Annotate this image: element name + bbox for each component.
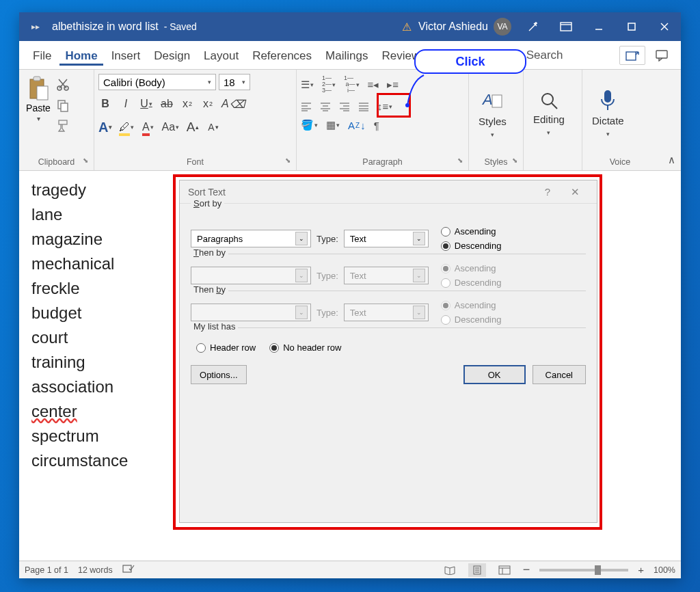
header-row-radio[interactable]: Header row	[196, 342, 256, 353]
svg-line-39	[552, 103, 557, 109]
text-effects-button[interactable]: A▾	[98, 120, 112, 135]
thenby1-label: Then by	[191, 247, 228, 258]
svg-rect-12	[37, 86, 48, 100]
quickaccess-toggle-icon[interactable]: ▸▸	[19, 22, 52, 31]
ribbon-tabs: File Home Insert Design Layout Reference…	[19, 41, 681, 70]
thenby1-field-combo[interactable]: ⌄	[191, 267, 311, 284]
avatar[interactable]: VA	[494, 18, 511, 36]
clear-format-button[interactable]: A⌫	[221, 98, 245, 111]
zoom-level[interactable]: 100%	[654, 565, 675, 575]
highlight-button[interactable]: 🖊▾	[119, 121, 134, 133]
font-color-button[interactable]: A▾	[141, 121, 154, 133]
minimize-button[interactable]	[582, 12, 615, 41]
tab-design[interactable]: Design	[148, 45, 196, 66]
font-launcher-icon[interactable]: ⬊	[285, 157, 291, 164]
copy-icon[interactable]	[56, 98, 71, 113]
sort-button[interactable]: AZ↓	[348, 120, 366, 131]
clipboard-group-label: Clipboard	[38, 157, 75, 167]
separator: -	[164, 21, 167, 32]
italic-button[interactable]: I	[119, 98, 133, 110]
tab-mailings[interactable]: Mailings	[320, 45, 373, 66]
dec-indent-button[interactable]: ≡◂	[368, 79, 379, 91]
paragraph-group-label: Paragraph	[362, 157, 402, 167]
change-case-button[interactable]: Aa▾	[161, 121, 179, 133]
thenby1-asc-radio[interactable]: Ascending	[441, 263, 502, 273]
tab-layout[interactable]: Layout	[198, 45, 244, 66]
thenby2-label: Then by	[191, 284, 228, 295]
justify-button[interactable]	[358, 102, 369, 111]
thenby2-asc-radio[interactable]: Ascending	[441, 300, 502, 310]
font-size-combo[interactable]: 18▾	[219, 74, 250, 90]
thenby2-desc-radio[interactable]: Descending	[441, 314, 502, 325]
sortby-desc-radio[interactable]: Descending	[441, 241, 502, 251]
sortby-type-combo[interactable]: Text⌄	[344, 230, 429, 247]
subscript-button[interactable]: x2	[180, 98, 194, 110]
maximize-button[interactable]	[615, 12, 648, 41]
zoom-slider[interactable]	[539, 569, 628, 571]
paragraph-launcher-icon[interactable]: ⬊	[457, 157, 463, 164]
cancel-button[interactable]: Cancel	[533, 365, 586, 384]
shrink-font-button[interactable]: A▾	[206, 122, 220, 133]
tab-home[interactable]: Home	[59, 45, 103, 66]
styles-button[interactable]: A Styles ▾	[479, 88, 507, 139]
bullet-list-button[interactable]: ☰▾	[301, 79, 314, 91]
thenby2-field-combo[interactable]: ⌄	[191, 304, 311, 321]
comments-button[interactable]	[651, 46, 673, 65]
align-right-button[interactable]	[339, 102, 350, 111]
dictate-button[interactable]: Dictate ▾	[592, 89, 624, 139]
auto-format-icon[interactable]	[517, 12, 550, 41]
dialog-help-button[interactable]: ?	[534, 186, 561, 198]
tab-references[interactable]: References	[247, 45, 317, 66]
zoom-in-button[interactable]: +	[638, 564, 644, 576]
pilcrow-button[interactable]: ¶	[374, 120, 379, 131]
tab-file[interactable]: File	[27, 45, 57, 66]
read-mode-button[interactable]	[441, 563, 459, 577]
underline-button[interactable]: U▾	[139, 98, 153, 110]
status-bar: Page 1 of 1 12 words − + 100%	[19, 561, 681, 578]
paste-button[interactable]: Paste ▾	[23, 72, 53, 122]
dialog-title: Sort Text	[188, 187, 226, 198]
dialog-close-button[interactable]: ✕	[561, 186, 589, 198]
no-header-row-radio[interactable]: No header row	[269, 342, 341, 353]
inc-indent-button[interactable]: ▸≡	[387, 79, 399, 91]
thenby2-type-combo[interactable]: Text⌄	[344, 304, 429, 321]
strike-button[interactable]: ab	[160, 98, 174, 110]
align-left-button[interactable]	[301, 102, 312, 111]
thenby2-type-label: Type:	[317, 308, 338, 318]
cut-icon[interactable]	[56, 78, 71, 93]
editing-button[interactable]: Editing ▾	[533, 90, 565, 137]
bold-button[interactable]: B	[98, 98, 112, 110]
shading-button[interactable]: 🪣▾	[301, 119, 318, 131]
borders-button[interactable]: ▦▾	[326, 119, 340, 131]
page-status[interactable]: Page 1 of 1	[25, 565, 68, 575]
number-list-button[interactable]: 1—2—3—▾	[322, 75, 336, 94]
styles-group-label: Styles	[484, 157, 507, 167]
tab-insert[interactable]: Insert	[106, 45, 146, 66]
proofing-icon[interactable]	[122, 563, 135, 576]
sortby-asc-radio[interactable]: Ascending	[441, 226, 502, 237]
align-center-button[interactable]	[320, 102, 331, 111]
share-button[interactable]	[619, 46, 645, 65]
multi-list-button[interactable]: 1— a— i—▾	[344, 75, 360, 94]
sortby-field-combo[interactable]: Paragraphs⌄	[191, 230, 311, 247]
words-status[interactable]: 12 words	[78, 565, 113, 575]
sortby-type-label: Type:	[317, 234, 338, 244]
superscript-button[interactable]: x2	[201, 98, 215, 110]
styles-launcher-icon[interactable]: ⬊	[512, 157, 517, 164]
zoom-out-button[interactable]: −	[523, 563, 530, 577]
thenby1-desc-radio[interactable]: Descending	[441, 278, 502, 288]
collapse-ribbon-button[interactable]: ∧	[668, 154, 675, 166]
print-layout-button[interactable]	[468, 563, 486, 577]
paste-label: Paste	[26, 103, 51, 113]
grow-font-button[interactable]: A▴	[186, 120, 200, 135]
clipboard-launcher-icon[interactable]: ⬊	[83, 157, 88, 164]
svg-rect-48	[499, 566, 510, 574]
web-layout-button[interactable]	[496, 563, 513, 577]
font-name-combo[interactable]: Calibri (Body)▾	[98, 74, 216, 90]
format-painter-icon[interactable]	[56, 119, 71, 134]
thenby1-type-combo[interactable]: Text⌄	[344, 267, 429, 284]
options-button[interactable]: Options...	[191, 365, 247, 384]
close-button[interactable]	[648, 12, 681, 41]
ok-button[interactable]: OK	[463, 365, 526, 384]
ribbon-mode-icon[interactable]	[550, 12, 582, 41]
